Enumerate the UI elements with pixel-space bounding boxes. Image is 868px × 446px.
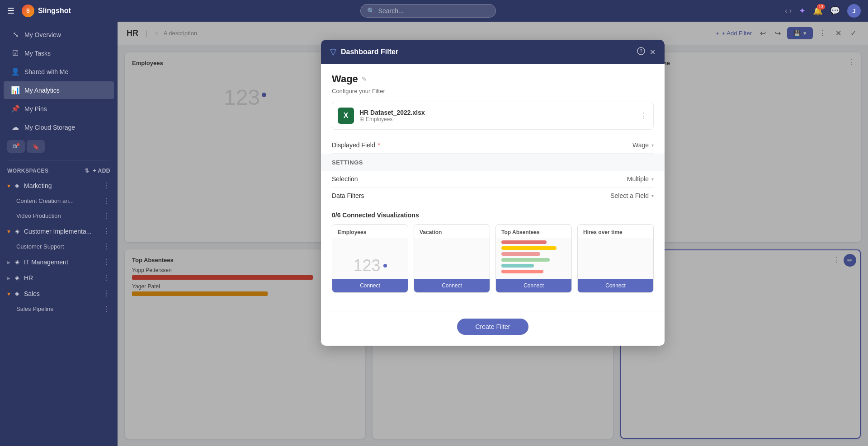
connect-hires-button[interactable]: Connect	[578, 279, 653, 292]
filter-name-edit-icon[interactable]: ✎	[362, 75, 367, 83]
content-creation-more[interactable]: ⋮	[103, 197, 110, 205]
workspace-more-it[interactable]: ⋮	[103, 258, 110, 266]
workspace-sales[interactable]: ▾ ◈ Sales ⋮	[0, 286, 118, 301]
search-input[interactable]	[378, 7, 478, 14]
app-name: Slingshot	[38, 7, 71, 15]
workspace-hr[interactable]: ▸ ◈ HR ⋮	[0, 270, 118, 286]
workspace-icon-sales: ◈	[15, 290, 19, 297]
filter-icon: ▽	[330, 47, 336, 57]
nav-prev-icon[interactable]: ‹	[785, 7, 787, 15]
avatar[interactable]: J	[847, 4, 861, 18]
workspace-more-hr[interactable]: ⋮	[103, 273, 110, 282]
sidebar-item-sales-pipeline[interactable]: Sales Pipeline ⋮	[0, 301, 118, 316]
sidebar: ⤡ My Overview ☑ My Tasks 👤 Shared with M…	[0, 22, 118, 446]
workspace-label-marketing: Marketing	[24, 182, 52, 189]
workspace-more-marketing[interactable]: ⋮	[103, 181, 110, 190]
dataset-name: HR Dataset_2022.xlsx	[359, 109, 634, 116]
viz-cards-grid: Employees 123 Connect Vacation	[332, 224, 654, 293]
sidebar-item-my-analytics[interactable]: 📊 My Analytics	[4, 81, 114, 99]
viz-card-employees-preview: 123	[332, 238, 408, 279]
sidebar-item-label: Shared with Me	[24, 68, 68, 75]
displayed-field-value-button[interactable]: Wage ▾	[632, 141, 654, 149]
bookmark-button[interactable]: 🔖	[27, 140, 45, 153]
sidebar-item-my-tasks[interactable]: ☑ My Tasks	[4, 44, 114, 62]
sidebar-item-my-cloud-storage[interactable]: ☁ My Cloud Storage	[4, 118, 114, 136]
layers-dot	[17, 143, 19, 146]
connect-absentees-button[interactable]: Connect	[496, 279, 571, 292]
workspaces-label: Workspaces	[7, 168, 48, 174]
workspace-icon-it: ◈	[15, 258, 19, 265]
connect-vacation-button[interactable]: Connect	[414, 279, 490, 292]
excel-icon: X	[338, 108, 354, 124]
nav-arrows: ‹ ›	[785, 7, 792, 15]
settings-section: Settings	[321, 154, 665, 171]
viz-card-employees-header: Employees	[332, 225, 408, 238]
dataset-sheet: ⊞ Employees	[359, 116, 634, 122]
ws-chevron-sales: ▾	[7, 290, 10, 297]
selection-label: Selection	[332, 175, 627, 183]
main-layout: ⤡ My Overview ☑ My Tasks 👤 Shared with M…	[0, 22, 868, 446]
topbar-right: ‹ › ✦ 🔔 13 💬 J	[785, 4, 861, 18]
workspace-customer-implementation[interactable]: ▾ ◈ Customer Implementa... ⋮	[0, 223, 118, 239]
data-filters-value-button[interactable]: Select a Field ▾	[610, 192, 654, 199]
workspace-label-hr: HR	[24, 274, 33, 282]
nav-next-icon[interactable]: ›	[789, 7, 792, 15]
settings-label: Settings	[332, 159, 363, 166]
sidebar-item-customer-support[interactable]: Customer Support ⋮	[0, 239, 118, 254]
workspace-it-management[interactable]: ▸ ◈ IT Management ⋮	[0, 254, 118, 270]
sidebar-item-label: My Cloud Storage	[24, 124, 75, 131]
connected-viz-label: 0/6 Connected Visualizations	[332, 211, 654, 219]
workspace-icon-customer: ◈	[15, 228, 19, 235]
search-bar[interactable]: 🔍	[360, 4, 496, 18]
chat-icon[interactable]: 💬	[830, 6, 840, 16]
menu-icon[interactable]: ☰	[7, 6, 14, 16]
viz-card-absentees-preview	[496, 238, 571, 279]
ws-chevron-hr: ▸	[7, 274, 10, 282]
configure-label: Configure your Filter	[332, 88, 654, 94]
dataset-more-button[interactable]: ⋮	[640, 111, 648, 121]
customer-support-more[interactable]: ⋮	[103, 242, 110, 251]
notifications-icon[interactable]: 🔔 13	[813, 6, 823, 16]
workspace-more-customer[interactable]: ⋮	[103, 227, 110, 235]
logo-area: S Slingshot	[22, 5, 71, 17]
modal-help-button[interactable]: ?	[637, 47, 645, 57]
filter-name-heading: Wage	[332, 73, 358, 85]
sidebar-item-video-production[interactable]: Video Production ⋮	[0, 208, 118, 223]
add-workspace-label[interactable]: + Add	[93, 168, 110, 174]
sidebar-item-my-overview[interactable]: ⤡ My Overview	[4, 26, 114, 43]
workspace-more-sales[interactable]: ⋮	[103, 289, 110, 298]
search-icon: 🔍	[367, 7, 375, 14]
selection-value-button[interactable]: Multiple ▾	[627, 175, 654, 183]
displayed-field-chevron: ▾	[651, 143, 654, 148]
topbar: ☰ S Slingshot 🔍 ‹ › ✦ 🔔 13 💬 J	[0, 0, 868, 22]
data-filters-value: Select a Field	[610, 192, 649, 199]
connect-employees-button[interactable]: Connect	[332, 279, 408, 292]
sidebar-item-label: My Overview	[24, 31, 61, 38]
modal-backdrop[interactable]: ▽ Dashboard Filter ? ✕ Wage ✎	[118, 22, 868, 446]
workspace-actions: ⇅ + Add	[85, 168, 110, 174]
modal-close-button[interactable]: ✕	[650, 48, 656, 56]
workspace-icon-marketing: ◈	[15, 182, 19, 189]
layers-button[interactable]: ⧉	[7, 140, 25, 153]
video-production-label: Video Production	[16, 212, 61, 219]
sidebar-item-content-creation[interactable]: Content Creation an... ⋮	[0, 193, 118, 208]
modal-header: ▽ Dashboard Filter ? ✕	[321, 40, 665, 64]
workspace-marketing[interactable]: ▾ ◈ Marketing ⋮	[0, 178, 118, 193]
video-production-more[interactable]: ⋮	[103, 211, 110, 220]
sidebar-item-my-pins[interactable]: 📌 My Pins	[4, 100, 114, 117]
sales-pipeline-more[interactable]: ⋮	[103, 305, 110, 313]
sidebar-divider	[7, 160, 110, 160]
hires-mini-bars	[609, 244, 622, 275]
pins-icon: 📌	[11, 104, 20, 113]
sidebar-item-shared-with-me[interactable]: 👤 Shared with Me	[4, 63, 114, 80]
selection-row: Selection Multiple ▾	[332, 171, 654, 188]
ws-chevron-it: ▸	[7, 258, 10, 266]
sort-icon[interactable]: ⇅	[85, 168, 90, 174]
sales-pipeline-label: Sales Pipeline	[16, 305, 53, 312]
create-filter-button[interactable]: Create Filter	[457, 319, 528, 335]
sidebar-item-label: My Tasks	[24, 50, 51, 57]
content-area: HR | ≡ A description + + Add Filter ↩ ↪ …	[118, 22, 868, 446]
viz-card-absentees-header: Top Absentees	[496, 225, 571, 238]
ai-icon[interactable]: ✦	[799, 6, 806, 16]
overview-icon: ⤡	[11, 30, 20, 39]
